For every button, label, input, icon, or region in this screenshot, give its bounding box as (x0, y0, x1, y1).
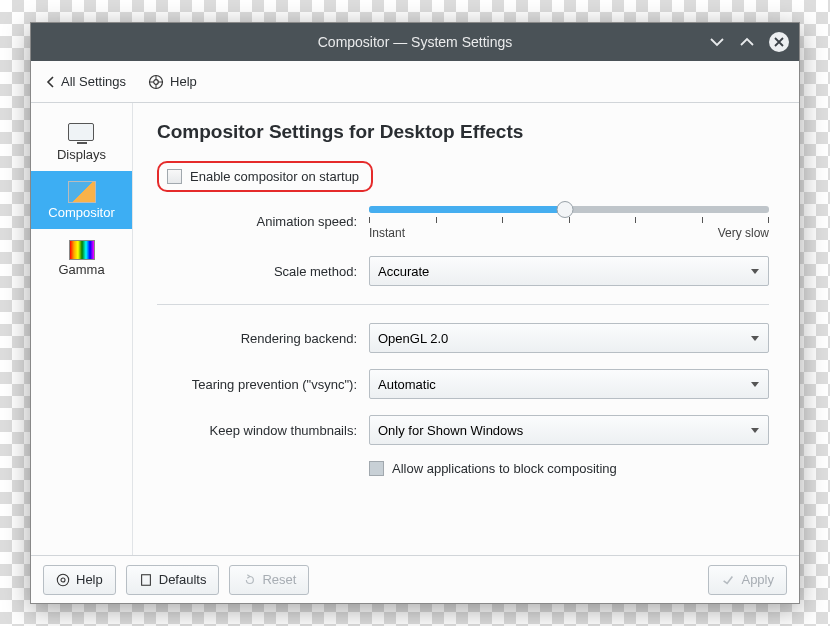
sidebar-item-label: Gamma (58, 262, 104, 277)
vsync-label: Tearing prevention ("vsync"): (157, 377, 357, 392)
svg-rect-4 (141, 574, 150, 585)
apply-button-label: Apply (741, 572, 774, 587)
check-icon (721, 573, 735, 587)
help-button[interactable]: Help (43, 565, 116, 595)
thumbnails-select[interactable]: Only for Shown Windows (369, 415, 769, 445)
main-panel: Compositor Settings for Desktop Effects … (133, 103, 799, 555)
enable-compositor-checkbox[interactable] (167, 169, 182, 184)
slider-min-label: Instant (369, 226, 405, 240)
block-compositing-label: Allow applications to block compositing (392, 461, 617, 476)
maximize-icon[interactable] (739, 36, 755, 48)
toolbar: All Settings Help (31, 61, 799, 103)
undo-icon (242, 573, 256, 587)
enable-compositor-highlight: Enable compositor on startup (157, 161, 373, 192)
defaults-button[interactable]: Defaults (126, 565, 220, 595)
sidebar-item-label: Compositor (48, 205, 114, 220)
help-ring-icon (56, 573, 70, 587)
rendering-backend-select[interactable]: OpenGL 2.0 (369, 323, 769, 353)
scale-method-select[interactable]: Accurate (369, 256, 769, 286)
slider-max-label: Very slow (718, 226, 769, 240)
sidebar-item-label: Displays (57, 147, 106, 162)
scale-method-label: Scale method: (157, 264, 357, 279)
footer: Help Defaults Reset Apply (31, 555, 799, 603)
document-icon (139, 573, 153, 587)
svg-point-3 (61, 577, 65, 581)
svg-point-2 (57, 574, 68, 585)
animation-speed-label: Animation speed: (157, 214, 357, 229)
sidebar: Displays Compositor Gamma (31, 103, 133, 555)
back-all-settings[interactable]: All Settings (45, 74, 126, 89)
reset-button: Reset (229, 565, 309, 595)
apply-button: Apply (708, 565, 787, 595)
vsync-select[interactable]: Automatic (369, 369, 769, 399)
svg-point-1 (154, 79, 159, 84)
chevron-left-icon (45, 75, 55, 89)
block-compositing-checkbox[interactable] (369, 461, 384, 476)
settings-window: Compositor — System Settings All Setting… (30, 22, 800, 604)
gamma-icon (69, 240, 95, 260)
enable-compositor-label: Enable compositor on startup (190, 169, 359, 184)
sidebar-item-displays[interactable]: Displays (31, 113, 132, 171)
page-heading: Compositor Settings for Desktop Effects (157, 121, 769, 143)
sidebar-item-compositor[interactable]: Compositor (31, 171, 132, 229)
help-menu[interactable]: Help (148, 74, 197, 90)
titlebar: Compositor — System Settings (31, 23, 799, 61)
sidebar-item-gamma[interactable]: Gamma (31, 229, 132, 287)
rendering-backend-label: Rendering backend: (157, 331, 357, 346)
help-button-label: Help (76, 572, 103, 587)
minimize-icon[interactable] (709, 36, 725, 48)
divider (157, 304, 769, 305)
help-label: Help (170, 74, 197, 89)
compositor-icon (68, 181, 96, 203)
thumbnails-label: Keep window thumbnails: (157, 423, 357, 438)
animation-speed-slider[interactable] (369, 202, 769, 222)
close-button[interactable] (769, 32, 789, 52)
help-ring-icon (148, 74, 164, 90)
reset-button-label: Reset (262, 572, 296, 587)
window-title: Compositor — System Settings (318, 34, 513, 50)
all-settings-label: All Settings (61, 74, 126, 89)
defaults-button-label: Defaults (159, 572, 207, 587)
monitor-icon (68, 123, 96, 145)
